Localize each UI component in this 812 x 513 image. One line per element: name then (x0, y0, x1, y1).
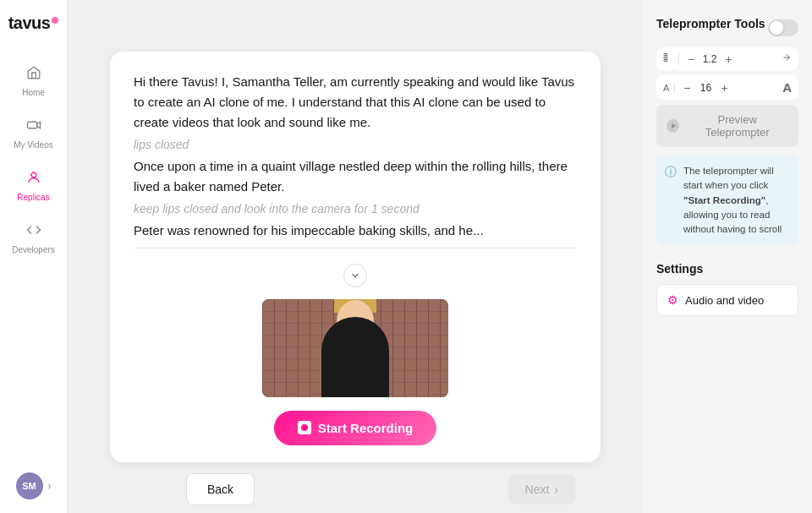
teleprompter-toggle[interactable] (768, 19, 798, 36)
video-icon (26, 117, 41, 137)
teleprompter-info-box: ⓘ The teleprompter will start when you c… (656, 156, 798, 245)
next-chevron-icon: › (554, 483, 558, 496)
record-dot (301, 424, 308, 431)
audio-video-button[interactable]: ⚙ Audio and video (656, 284, 798, 316)
code-icon (26, 222, 41, 242)
replicas-icon (26, 170, 41, 189)
video-preview (262, 299, 448, 397)
audio-video-label: Audio and video (685, 294, 764, 307)
back-button[interactable]: Back (186, 473, 255, 505)
next-label: Next (525, 483, 550, 496)
toggle-knob (770, 21, 783, 35)
preview-teleprompter-label: Preview Teleprompter (686, 113, 788, 139)
sidebar-item-home[interactable]: Home (7, 57, 61, 106)
right-panel: Teleprompter Tools − 1.2 + (643, 0, 812, 513)
logo-dot (52, 17, 58, 24)
sidebar-item-my-videos-label: My Videos (14, 140, 53, 150)
font-control-row: A − 16 + A (656, 75, 798, 100)
svg-rect-4 (664, 60, 667, 62)
logo-text: tavus (8, 14, 51, 33)
sidebar-item-my-videos[interactable]: My Videos (7, 109, 61, 158)
expand-icon[interactable]: › (48, 480, 52, 492)
speed-decrease-button[interactable]: − (684, 53, 698, 65)
font-increase-button[interactable]: + (718, 82, 732, 94)
start-recording-label: Start Recording (318, 421, 414, 435)
sidebar-item-developers[interactable]: Developers (7, 214, 61, 263)
teleprompter-title: Teleprompter Tools (656, 17, 765, 30)
font-decrease-button[interactable]: − (680, 82, 694, 94)
recording-card: Hi there Tavus! I, Samantha Teller, am c… (110, 52, 601, 462)
gear-icon: ⚙ (667, 293, 678, 307)
font-right-icon: A (782, 80, 792, 95)
preview-play-icon (667, 119, 679, 133)
scroll-down-button[interactable] (343, 264, 367, 287)
speed-increase-button[interactable]: + (721, 53, 735, 65)
sidebar-item-replicas[interactable]: Replicas (7, 161, 61, 210)
svg-point-1 (31, 172, 36, 177)
svg-rect-2 (664, 54, 667, 56)
user-section[interactable]: SM › (16, 472, 52, 499)
script-direction-2: keep lips closed and look into the camer… (134, 202, 577, 216)
script-direction-1: lips closed (134, 138, 577, 151)
sidebar-bottom: SM › (16, 472, 52, 499)
speed-icon (663, 52, 673, 65)
start-recording-button[interactable]: Start Recording (274, 411, 437, 445)
info-text: The teleprompter will start when you cli… (683, 164, 790, 237)
svg-marker-5 (672, 123, 676, 129)
user-avatar[interactable]: SM (16, 472, 43, 499)
main-content: Hi there Tavus! I, Samantha Teller, am c… (68, 0, 643, 513)
sidebar: tavus Home My Videos Replicas (0, 0, 68, 513)
separator2 (674, 82, 675, 94)
script-line-2: Once upon a time in a quaint village nes… (134, 156, 577, 197)
preview-teleprompter-button[interactable]: Preview Teleprompter (656, 105, 798, 147)
next-button: Next › (508, 474, 575, 505)
video-area: Start Recording (110, 292, 601, 462)
person-body (321, 317, 389, 397)
font-icon: A (663, 83, 669, 93)
speed-control-row: − 1.2 + (656, 47, 798, 70)
separator1 (678, 53, 679, 65)
settings-title: Settings (656, 262, 798, 276)
svg-rect-3 (664, 57, 667, 58)
info-icon: ⓘ (665, 165, 677, 237)
home-icon (26, 65, 41, 85)
scroll-indicator (110, 259, 601, 292)
script-divider (134, 248, 577, 248)
sidebar-item-home-label: Home (22, 88, 45, 97)
speed-value: 1.2 (701, 53, 718, 65)
record-icon (298, 421, 311, 434)
teleprompter-header: Teleprompter Tools (656, 17, 798, 39)
teleprompter-section: Teleprompter Tools − 1.2 + (656, 17, 798, 245)
speed-right-icon (782, 52, 792, 65)
sidebar-item-replicas-label: Replicas (17, 193, 49, 202)
script-line-1: Hi there Tavus! I, Samantha Teller, am c… (134, 72, 577, 133)
app-logo: tavus (2, 14, 66, 33)
font-value: 16 (698, 82, 715, 94)
script-line-3: Peter was renowned for his impeccable ba… (134, 221, 577, 241)
bottom-bar: Back Next › (68, 466, 643, 513)
svg-rect-0 (27, 122, 36, 128)
sidebar-item-developers-label: Developers (12, 245, 55, 254)
settings-section: Settings ⚙ Audio and video (656, 262, 798, 316)
script-area: Hi there Tavus! I, Samantha Teller, am c… (110, 52, 601, 259)
